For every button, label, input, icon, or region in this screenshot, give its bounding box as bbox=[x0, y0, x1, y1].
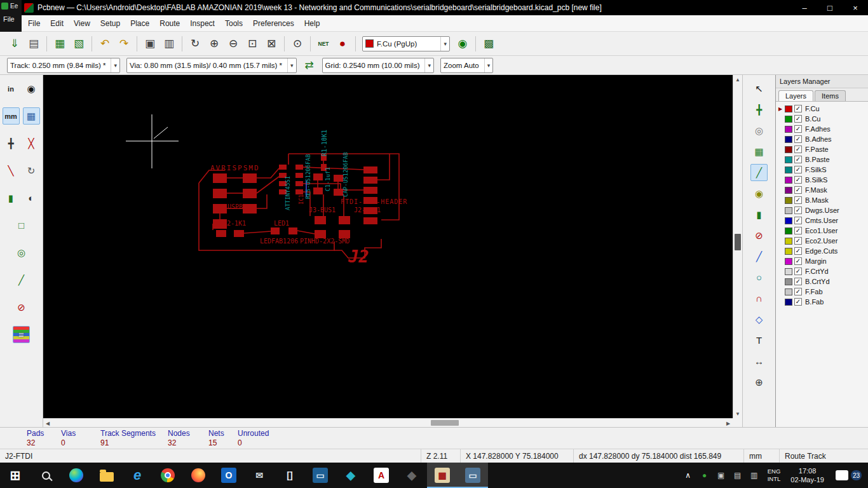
menu-tools[interactable]: Tools bbox=[220, 17, 248, 30]
auto-delete-tracks-button[interactable]: ↻ bbox=[23, 162, 40, 179]
layer-row-F.Fab[interactable]: ✓F.Fab bbox=[776, 287, 868, 297]
menu-file[interactable]: File bbox=[23, 17, 45, 30]
layer-color-swatch[interactable] bbox=[785, 299, 792, 306]
layer-visibility-checkbox[interactable]: ✓ bbox=[794, 196, 802, 204]
copper-trace[interactable] bbox=[297, 231, 315, 234]
via-size-select[interactable]: Via: 0.80 mm (31.5 mils)/ 0.40 mm (15.7 … bbox=[126, 58, 297, 73]
vertical-scrollbar[interactable]: ▲ ▼ bbox=[733, 75, 742, 418]
taskbar-second-window[interactable]: ▭ bbox=[458, 463, 488, 488]
add-target-button[interactable]: ⊕ bbox=[750, 374, 768, 391]
add-graphic-circle-button[interactable]: ○ bbox=[750, 269, 768, 286]
layer-visibility-checkbox[interactable]: ✓ bbox=[794, 176, 802, 184]
pcb-label[interactable]: J1-USPB bbox=[216, 203, 243, 210]
add-dimension-button[interactable]: ↔ bbox=[750, 353, 768, 370]
smd-pad[interactable] bbox=[334, 189, 343, 196]
menu-setup[interactable]: Setup bbox=[95, 17, 125, 30]
layer-color-swatch[interactable] bbox=[785, 166, 792, 173]
layer-visibility-checkbox[interactable]: ✓ bbox=[794, 217, 802, 224]
layer-color-swatch[interactable] bbox=[785, 197, 792, 204]
taskbar-brackets-app[interactable]: [] bbox=[275, 463, 305, 488]
layer-visibility-checkbox[interactable]: ✓ bbox=[794, 257, 802, 265]
redo-button[interactable]: ↷ bbox=[115, 35, 133, 53]
add-keepout-button[interactable]: ⊘ bbox=[750, 227, 768, 244]
zoom-select[interactable]: Zoom Auto ▾ bbox=[440, 58, 493, 73]
copper-trace[interactable] bbox=[303, 167, 363, 170]
layer-visibility-checkbox[interactable]: ✓ bbox=[794, 298, 802, 306]
layer-row-B.SilkS[interactable]: ✓B.SilkS bbox=[776, 175, 868, 185]
high-contrast-mode-button[interactable]: ◐ bbox=[23, 189, 40, 207]
add-polygon-button[interactable]: ◇ bbox=[750, 311, 768, 328]
taskbar-file-explorer[interactable] bbox=[92, 463, 122, 488]
layer-visibility-checkbox[interactable]: ✓ bbox=[794, 288, 802, 295]
layer-visibility-checkbox[interactable]: ✓ bbox=[794, 268, 802, 275]
tray-three-icon[interactable]: ▥ bbox=[746, 471, 763, 480]
close-button[interactable]: × bbox=[843, 0, 868, 15]
layer-visibility-checkbox[interactable]: ✓ bbox=[794, 247, 802, 255]
layer-color-swatch[interactable] bbox=[785, 116, 792, 123]
add-text-button[interactable]: T bbox=[750, 332, 768, 349]
add-via-button[interactable]: ◉ bbox=[750, 185, 768, 202]
scroll-down-arrow[interactable]: ▼ bbox=[733, 409, 742, 418]
layer-color-swatch[interactable] bbox=[785, 248, 792, 255]
page-settings-button[interactable]: ▤ bbox=[25, 35, 43, 53]
layer-row-F.Adhes[interactable]: ✓F.Adhes bbox=[776, 124, 868, 134]
smd-pad[interactable] bbox=[313, 187, 323, 194]
taskbar-outlook[interactable]: O bbox=[214, 463, 244, 488]
tab-items[interactable]: Items bbox=[815, 90, 846, 101]
taskbar-start[interactable]: ⊞ bbox=[0, 463, 31, 488]
smd-pad[interactable] bbox=[213, 173, 227, 183]
menu-help[interactable]: Help bbox=[299, 17, 325, 30]
taskbar-diamond-app[interactable]: ◆ bbox=[336, 463, 366, 488]
layer-color-swatch[interactable] bbox=[785, 156, 792, 163]
layer-visibility-checkbox[interactable]: ✓ bbox=[794, 186, 802, 194]
zoom-fit-button[interactable]: ⊡ bbox=[243, 35, 261, 53]
copper-trace[interactable] bbox=[377, 154, 390, 180]
layer-row-Dwgs.User[interactable]: ✓Dwgs.User bbox=[776, 205, 868, 215]
smd-pad[interactable] bbox=[243, 204, 257, 214]
ratsnest-visibility-button[interactable]: ╳ bbox=[23, 135, 40, 152]
layer-color-swatch[interactable] bbox=[785, 207, 792, 214]
layer-visibility-checkbox[interactable]: ✓ bbox=[794, 227, 802, 234]
layer-row-B.Mask[interactable]: ✓B.Mask bbox=[776, 195, 868, 205]
smd-pad[interactable] bbox=[271, 227, 280, 234]
smd-pad[interactable] bbox=[243, 173, 257, 183]
pcb-label[interactable]: FTDI-SMD-HEADER bbox=[341, 198, 407, 205]
taskbar-kicad-pcbnew[interactable]: ▦ bbox=[427, 463, 458, 488]
pcb-label[interactable]: LEDFAB1206 bbox=[260, 238, 298, 245]
pcb-label[interactable]: CAP-US1206FAB bbox=[342, 152, 349, 197]
scroll-up-arrow[interactable]: ▲ bbox=[733, 75, 742, 84]
layer-color-swatch[interactable] bbox=[785, 258, 792, 265]
layer-visibility-checkbox[interactable]: ✓ bbox=[794, 125, 802, 133]
tray-green-icon[interactable]: ● bbox=[696, 471, 713, 480]
layer-row-B.Cu[interactable]: ✓B.Cu bbox=[776, 114, 868, 124]
taskbar-search[interactable] bbox=[31, 463, 61, 488]
layer-color-swatch[interactable] bbox=[785, 278, 792, 285]
track-posture-button[interactable]: ⇄ bbox=[301, 57, 318, 74]
add-graphic-arc-button[interactable]: ∩ bbox=[750, 290, 768, 307]
menu-preferences[interactable]: Preferences bbox=[248, 17, 299, 30]
layer-visibility-checkbox[interactable]: ✓ bbox=[794, 115, 802, 123]
copper-trace[interactable] bbox=[257, 177, 279, 193]
vertical-scroll-thumb[interactable] bbox=[735, 234, 741, 250]
smd-pad[interactable] bbox=[234, 230, 244, 237]
pcb-label[interactable]: R1-10K1 bbox=[321, 130, 328, 156]
layer-color-swatch[interactable] bbox=[785, 238, 792, 245]
zoom-in-button[interactable]: ⊕ bbox=[205, 35, 223, 53]
pcb-canvas[interactable]: AVRISPSMDR1-10K1RES-US1206FABCAP-US1206F… bbox=[43, 75, 742, 427]
layer-row-F.Mask[interactable]: ✓F.Mask bbox=[776, 185, 868, 195]
pcb-label[interactable]: IC1 bbox=[298, 194, 304, 205]
pcb-label[interactable]: PINHD-2X2-SMD bbox=[300, 238, 349, 245]
menu-inspect[interactable]: Inspect bbox=[185, 17, 220, 30]
tray-two-icon[interactable]: ▤ bbox=[729, 471, 746, 480]
layer-row-B.Adhes[interactable]: ✓B.Adhes bbox=[776, 134, 868, 144]
smd-pad[interactable] bbox=[363, 187, 377, 194]
layer-row-Eco1.User[interactable]: ✓Eco1.User bbox=[776, 226, 868, 236]
horizontal-scroll-thumb[interactable] bbox=[431, 420, 459, 426]
pcb-label[interactable]: R2-1K1 bbox=[223, 220, 246, 227]
taskbar-chrome[interactable] bbox=[153, 463, 183, 488]
smd-pad[interactable] bbox=[216, 230, 226, 237]
taskbar-browser-sphere[interactable] bbox=[61, 463, 92, 488]
horizontal-scrollbar[interactable]: ◀ ▶ bbox=[43, 418, 733, 427]
smd-pad[interactable] bbox=[295, 189, 303, 194]
copper-trace[interactable] bbox=[244, 231, 271, 233]
